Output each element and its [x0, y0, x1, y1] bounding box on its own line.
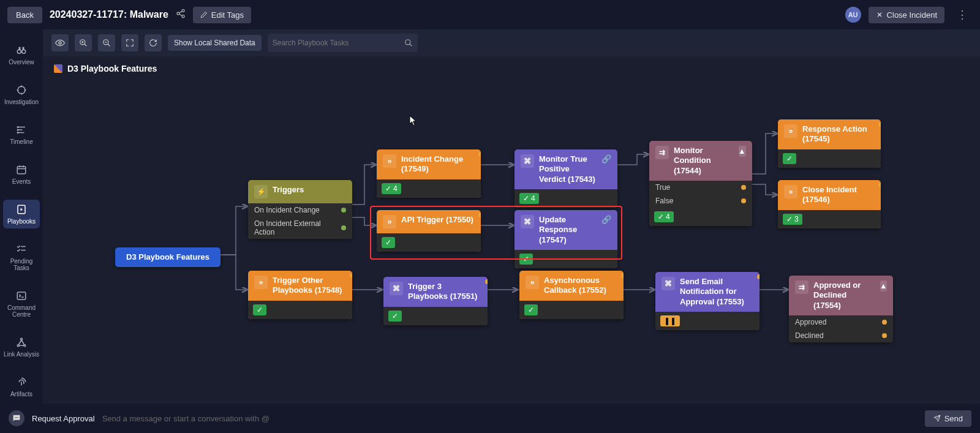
node-label: Close Incident (17546) [802, 185, 875, 205]
condition-branch[interactable]: Approved [789, 315, 893, 329]
terminal-icon [15, 290, 28, 302]
svg-point-8 [22, 50, 26, 53]
nav-artifacts[interactable]: Artifacts [3, 372, 40, 401]
trigger-row[interactable]: On Incident Change [248, 203, 352, 217]
fit-button[interactable] [121, 34, 138, 51]
branch-icon: ⇉ [655, 146, 669, 159]
node-label: Send Email Notification for Approval (17… [680, 277, 753, 307]
node-update-response[interactable]: ⌘Update Response (17547)🔗 ✓ [514, 210, 617, 268]
nav-pending-tasks[interactable]: Pending Tasks [3, 239, 40, 275]
node-trigger-3[interactable]: ⌘Trigger 3 Playbooks (17551) ✓ [383, 277, 488, 325]
node-trigger-other[interactable]: »Trigger Other Playbooks (17548) ✓ [248, 271, 352, 319]
node-close-incident[interactable]: »Close Incident (17546) ✓ 3 [778, 180, 881, 228]
nav-investigation[interactable]: Investigation [3, 80, 40, 109]
target-icon [15, 84, 28, 96]
nav-label: Link Analysis [4, 351, 39, 358]
node-monitor-tp[interactable]: ⌘Monitor True Positive Verdict (17543)🔗 … [514, 149, 617, 208]
close-incident-label: Close Incident [887, 10, 937, 20]
node-incident-change[interactable]: »Incident Change (17549) ✓ 4 [377, 149, 481, 198]
collapse-icon[interactable]: ▴ [880, 281, 887, 292]
branch-label: False [655, 197, 673, 205]
edit-tags-label: Edit Tags [211, 10, 244, 20]
svg-point-46 [15, 417, 15, 418]
status-badge: ✓ [524, 304, 538, 315]
svg-point-7 [17, 50, 21, 53]
network-icon [15, 336, 28, 348]
page-title: 20240327-11717: Malware [50, 9, 168, 20]
svg-line-34 [21, 340, 24, 345]
nav-label: Investigation [4, 99, 39, 105]
node-triggers[interactable]: ⚡Triggers On Incident Change On Incident… [248, 180, 352, 239]
playbook-icon [15, 203, 28, 216]
svg-line-3 [179, 14, 183, 16]
node-send-email[interactable]: ⌘Send Email Notification for Approval (1… [655, 272, 760, 330]
chat-icon[interactable] [9, 410, 24, 426]
node-api-trigger[interactable]: »API Trigger (17550) ✓ [377, 210, 481, 252]
request-approval-label[interactable]: Request Approval [32, 414, 95, 423]
nav-link-analysis[interactable]: Link Analysis [3, 333, 40, 361]
node-approved-declined[interactable]: ⇉Approved or Declined (17554)▴ Approved … [789, 276, 893, 342]
trigger-label: On Incident Change [254, 206, 320, 214]
trigger-row[interactable]: On Incident External Action [248, 217, 352, 239]
connector-dot [621, 273, 624, 278]
condition-branch[interactable]: False [649, 194, 752, 208]
node-async-callback[interactable]: »Asynchronous Callback (17552) ✓ [519, 271, 624, 319]
node-response-action[interactable]: »Response Action (17545) ✓ [778, 119, 881, 168]
refresh-button[interactable] [145, 34, 162, 51]
forward-icon: » [784, 124, 797, 138]
send-button[interactable]: Send [925, 410, 971, 427]
svg-point-48 [17, 417, 18, 418]
connector-dot [485, 279, 488, 284]
connector-dot [478, 213, 481, 217]
condition-branch[interactable]: Declined [789, 329, 893, 342]
connector-dot [878, 122, 881, 127]
link-icon[interactable]: 🔗 [601, 154, 611, 164]
connector-dot [741, 198, 746, 203]
nav-command-centre[interactable]: Command Centre [3, 286, 40, 322]
link-icon[interactable]: 🔗 [601, 215, 611, 225]
nav-playbooks[interactable]: Playbooks [3, 200, 40, 228]
node-monitor-condition[interactable]: ⇉Monitor Condition (17544)▴ True False ✓… [649, 141, 752, 226]
playbook-title: D3 Playbook Features [67, 64, 157, 73]
status-badge: ✓ 4 [654, 211, 674, 222]
playbook-canvas[interactable]: D3 Playbook Features D3 Playbo [43, 56, 980, 404]
back-button[interactable]: Back [7, 7, 42, 23]
search-input[interactable] [273, 39, 404, 47]
command-icon: ⌘ [521, 154, 534, 168]
avatar[interactable]: AU [845, 7, 861, 23]
show-local-shared-data-button[interactable]: Show Local Shared Data [168, 35, 262, 51]
connector-dot [878, 183, 881, 187]
condition-branch[interactable]: True [649, 181, 752, 194]
search-box[interactable] [268, 34, 418, 52]
edit-tags-button[interactable]: Edit Tags [193, 7, 251, 23]
close-incident-button[interactable]: Close Incident [869, 7, 944, 23]
checklist-icon [15, 243, 28, 255]
svg-point-32 [24, 345, 26, 347]
visibility-button[interactable] [51, 34, 69, 51]
fingerprint-icon [15, 376, 28, 388]
nav-label: Playbooks [7, 218, 36, 225]
more-menu-icon[interactable]: ⋮ [952, 8, 973, 21]
node-label: Response Action (17545) [802, 124, 875, 145]
svg-point-36 [59, 42, 61, 44]
branch-label: Approved [795, 318, 826, 326]
nav-timeline[interactable]: Timeline [3, 120, 40, 149]
zoom-in-button[interactable] [75, 34, 92, 51]
share-icon[interactable] [176, 9, 186, 21]
nav-label: Command Centre [3, 304, 40, 318]
status-badge: ✓ 4 [382, 183, 401, 194]
command-icon: ⌘ [390, 282, 403, 295]
svg-point-2 [182, 15, 184, 18]
nav-overview[interactable]: Overview [3, 40, 40, 69]
node-label: Asynchronous Callback (17552) [544, 276, 617, 296]
forward-icon: » [784, 185, 797, 198]
status-badge: ✓ [382, 237, 395, 248]
forward-icon: » [526, 276, 539, 289]
command-icon: ⌘ [662, 277, 675, 290]
zoom-out-button[interactable] [98, 34, 115, 51]
nav-events[interactable]: Events [3, 160, 40, 189]
nav-label: Pending Tasks [3, 258, 40, 271]
message-input[interactable] [102, 414, 918, 423]
collapse-icon[interactable]: ▴ [739, 146, 746, 157]
node-root[interactable]: D3 Playbook Features [115, 247, 221, 267]
